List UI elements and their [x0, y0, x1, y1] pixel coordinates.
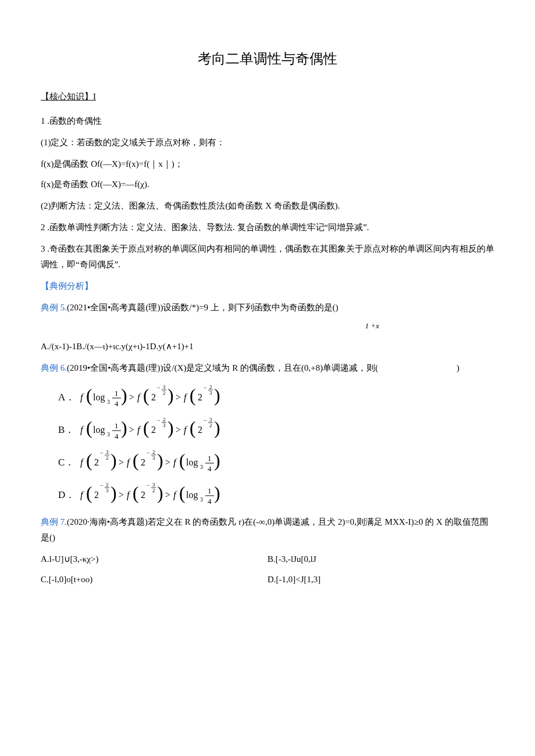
svg-text:2: 2: [106, 455, 109, 461]
svg-text:>: >: [176, 425, 181, 435]
svg-text:(: (: [179, 482, 186, 503]
point-2: 2 .函数单调性判断方法：定义法、图象法、导数法. 复合函数的单调性牢记“同增异…: [41, 220, 494, 235]
example-6-text: (2019•全国•高考真题(理))设/(X)是定义域为 R 的偶函数，且在(0,…: [67, 363, 378, 372]
svg-text:log: log: [93, 425, 105, 435]
svg-text:): ): [214, 385, 220, 406]
svg-text:−: −: [157, 417, 160, 424]
svg-text:): ): [110, 450, 117, 471]
svg-text:(: (: [86, 417, 92, 438]
svg-text:−: −: [147, 450, 150, 456]
core-knowledge-header: 【核心知识】I: [41, 89, 494, 105]
svg-text:D．: D．: [58, 489, 75, 500]
svg-text:−: −: [100, 450, 104, 456]
svg-text:3: 3: [107, 431, 110, 438]
svg-text:2: 2: [152, 449, 155, 455]
svg-text:(: (: [86, 385, 92, 406]
svg-text:>: >: [176, 392, 181, 402]
svg-text:A．: A．: [58, 392, 75, 403]
svg-text:3: 3: [200, 496, 203, 503]
svg-text:(: (: [143, 385, 149, 406]
svg-text:2: 2: [163, 390, 166, 396]
svg-text:f: f: [127, 489, 131, 500]
svg-text:): ): [121, 385, 127, 406]
svg-text:f: f: [80, 489, 84, 500]
svg-text:3: 3: [106, 488, 109, 493]
svg-text:log: log: [93, 392, 105, 403]
svg-text:(: (: [190, 385, 196, 406]
svg-text:B．: B．: [58, 424, 74, 435]
example-7: 典例 7.(2020·海南•高考真题)若定义在 R 的奇函数凡 r)在(-∞,0…: [41, 514, 494, 546]
example-5-fraction: 1 +x: [250, 319, 494, 332]
svg-text:(: (: [86, 450, 92, 471]
svg-text:3: 3: [163, 384, 166, 390]
svg-text:f: f: [80, 457, 84, 468]
example-6-option-d: D． f ( 2 − 2 3 ) > f ( 2 − 3 2 ) > f ( l…: [58, 479, 494, 508]
svg-text:−: −: [204, 385, 207, 391]
svg-text:(: (: [133, 450, 139, 471]
svg-text:2: 2: [209, 384, 212, 390]
example-6-option-a: A． f ( log 3 1 4 ) > f ( 2 − 3 2 ) > f (…: [58, 382, 494, 411]
example-7-text: (2020·海南•高考真题)若定义在 R 的奇函数凡 r)在(-∞,0)单调递减…: [41, 517, 488, 542]
svg-text:1: 1: [208, 454, 212, 463]
svg-text:4: 4: [115, 399, 119, 408]
svg-text:f: f: [80, 424, 84, 435]
svg-text:3: 3: [152, 455, 155, 461]
svg-text:f: f: [137, 424, 141, 435]
svg-text:): ): [157, 482, 163, 503]
svg-text:2: 2: [151, 392, 156, 402]
example-6-option-c: C． f ( 2 − 3 2 ) > f ( 2 − 2 3 ) > f ( l…: [58, 447, 494, 476]
definition-1: (1)定义：若函数的定义域关于原点对称，则有：: [41, 135, 494, 151]
svg-text:2: 2: [141, 490, 145, 500]
example-6-closing-paren: ): [456, 360, 494, 376]
svg-text:log: log: [186, 490, 198, 500]
svg-text:log: log: [186, 457, 198, 468]
svg-text:(: (: [143, 417, 149, 438]
svg-text:2: 2: [151, 425, 156, 435]
svg-text:(: (: [86, 482, 92, 503]
svg-text:>: >: [129, 425, 134, 435]
svg-text:(: (: [133, 482, 139, 503]
example-5: 典例 5.(2021•全国•高考真题(理))设函数/*)=9 上，则下列函数中为…: [41, 300, 494, 316]
svg-text:): ): [214, 417, 220, 438]
svg-text:3: 3: [209, 417, 212, 422]
svg-text:2: 2: [198, 425, 202, 435]
svg-text:(: (: [179, 450, 186, 471]
svg-text:2: 2: [198, 392, 202, 402]
svg-text:3: 3: [163, 422, 166, 428]
svg-text:3: 3: [209, 390, 212, 396]
svg-text:−: −: [147, 482, 150, 489]
svg-text:4: 4: [115, 432, 119, 440]
example-6-label: 典例 6.: [41, 363, 67, 372]
point-1: 1 .函数的奇偶性: [41, 113, 494, 129]
svg-text:f: f: [173, 457, 177, 468]
svg-text:): ): [167, 417, 174, 438]
svg-text:1: 1: [208, 486, 212, 495]
svg-text:C．: C．: [58, 457, 74, 468]
svg-text:f: f: [184, 392, 188, 403]
svg-text:): ): [110, 482, 117, 503]
judge-method: (2)判断方法：定义法、图象法、奇偶函数性质法(如奇函数 X 奇函数是偶函数).: [41, 198, 494, 214]
example-7-option-c: C.[-l,0]o[t+oo): [41, 572, 268, 587]
svg-text:−: −: [157, 385, 160, 391]
svg-text:>: >: [119, 457, 124, 467]
example-5-options: A./(x-1)-1B./(x—ι)+ιc.y(χ+ι)-1D.y(∧+1)+1: [41, 339, 494, 354]
svg-text:): ): [214, 450, 220, 471]
svg-text:3: 3: [200, 464, 203, 470]
example-7-option-b: B.[-3,-lJu[0,lJ: [268, 551, 494, 567]
svg-text:f: f: [173, 489, 177, 500]
svg-text:2: 2: [106, 482, 109, 488]
svg-text:2: 2: [94, 457, 99, 467]
svg-text:2: 2: [163, 417, 166, 422]
svg-text:>: >: [129, 392, 134, 402]
example-7-label: 典例 7.: [41, 517, 67, 526]
svg-text:2: 2: [209, 422, 212, 428]
svg-text:): ): [214, 482, 220, 503]
example-6-option-b: B． f ( log 3 1 4 ) > f ( 2 − 2 3 ) > f (…: [58, 414, 494, 443]
svg-text:>: >: [119, 490, 124, 500]
example-7-options-row-2: C.[-l,0]o[t+oo) D.[-1,0]<J[1,3]: [41, 572, 494, 587]
svg-text:): ): [167, 385, 174, 406]
svg-text:>: >: [165, 457, 170, 467]
example-7-option-d: D.[-1,0]<J[1,3]: [268, 572, 494, 587]
svg-text:2: 2: [152, 488, 155, 493]
svg-text:f: f: [80, 392, 84, 403]
